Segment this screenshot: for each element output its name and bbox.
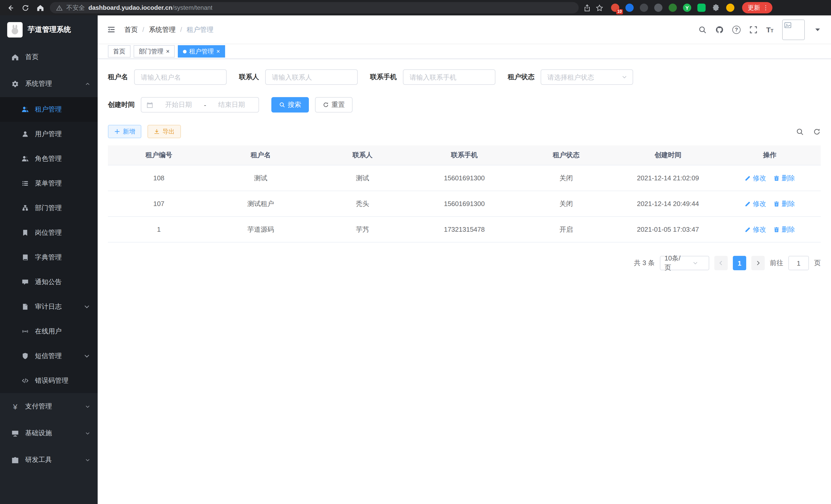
extension-dark-1[interactable] (640, 4, 648, 12)
tab-dept[interactable]: 部门管理× (134, 45, 175, 58)
sidebar-item-online-user[interactable]: 在线用户 (0, 319, 98, 344)
sidebar-item-label: 字典管理 (35, 253, 62, 262)
sidebar-item-home[interactable]: 首页 (0, 44, 98, 70)
sidebar-item-infra[interactable]: 基础设施 (0, 420, 98, 446)
sidebar-item-dict[interactable]: 字典管理 (0, 245, 98, 270)
logo-row[interactable]: 芋道管理系统 (0, 16, 98, 44)
extensions-cluster: 10Y (611, 4, 735, 12)
cell-tenant-id: 107 (108, 191, 210, 216)
fullscreen-icon[interactable] (749, 25, 757, 34)
tab-close-icon[interactable]: × (217, 48, 220, 55)
sidebar-item-pay[interactable]: ¥支付管理 (0, 393, 98, 420)
status-select-input[interactable] (546, 73, 618, 82)
refresh-table-icon[interactable] (813, 128, 821, 136)
delete-link[interactable]: 删除 (773, 199, 795, 208)
tenant-name-field: 租户名 (108, 69, 227, 85)
page-number-1[interactable]: 1 (733, 256, 746, 270)
extension-green-y[interactable]: Y (683, 4, 691, 12)
edit-icon (745, 226, 751, 233)
goto-page-input[interactable] (789, 256, 809, 270)
tab-close-icon[interactable]: × (166, 48, 170, 55)
breadcrumb-home[interactable]: 首页 (124, 25, 138, 34)
tab-home[interactable]: 首页 (108, 45, 131, 58)
sidebar-item-menu[interactable]: 菜单管理 (0, 171, 98, 196)
sidebar-item-system[interactable]: 系统管理 (0, 70, 98, 97)
extension-dark-2[interactable] (654, 4, 662, 12)
end-date-placeholder[interactable]: 结束日期 (210, 100, 253, 110)
breadcrumb-system[interactable]: 系统管理 (149, 25, 175, 34)
browser-home-icon[interactable] (35, 3, 45, 13)
security-label[interactable]: 不安全 (66, 3, 85, 12)
font-size-icon[interactable]: TT (766, 26, 773, 33)
security-warning-icon[interactable] (56, 4, 63, 11)
tab-label: 首页 (113, 47, 125, 56)
delete-link[interactable]: 删除 (773, 173, 795, 183)
sidebar-item-post[interactable]: 岗位管理 (0, 220, 98, 245)
sidebar-item-label: 菜单管理 (35, 179, 62, 188)
browser-back-icon[interactable] (5, 3, 16, 13)
browser-update-button[interactable]: 更新 ⋮ (742, 2, 772, 13)
url-domain[interactable]: dashboard.yudao.iocoder.cn (88, 4, 172, 11)
status-select[interactable] (541, 69, 633, 85)
prev-page-button[interactable] (714, 256, 728, 270)
start-date-placeholder[interactable]: 开始日期 (157, 100, 200, 110)
sidebar-item-label: 租户管理 (35, 105, 62, 114)
sidebar-item-sms[interactable]: 短信管理 (0, 344, 98, 368)
delete-link-label: 删除 (782, 173, 795, 183)
browser-menu-icon[interactable]: ⋮ (763, 4, 769, 11)
sidebar-item-error-code[interactable]: 错误码管理 (0, 368, 98, 393)
phone-input[interactable] (408, 73, 490, 82)
extensions-puzzle[interactable] (712, 4, 720, 12)
reset-button[interactable]: 重置 (315, 97, 352, 113)
tenant-table: 租户编号租户名联系人联系手机租户状态创建时间操作 108测试测试15601691… (108, 145, 821, 242)
share-icon[interactable] (583, 4, 591, 11)
phone-label: 联系手机 (370, 72, 397, 82)
sidebar-item-dev-tool[interactable]: 研发工具 (0, 446, 98, 473)
sidebar-item-audit-log[interactable]: 审计日志 (0, 294, 98, 319)
cell-created-time: 2021-12-14 21:02:09 (617, 165, 719, 191)
edit-link[interactable]: 修改 (745, 199, 766, 208)
tab-label: 部门管理 (139, 47, 164, 56)
tenant-name-input[interactable] (140, 73, 221, 82)
refresh-icon (323, 102, 329, 108)
search-icon[interactable] (698, 25, 707, 34)
next-page-button[interactable] (751, 256, 765, 270)
sidebar-item-dept[interactable]: 部门管理 (0, 196, 98, 220)
extension-green-chat[interactable] (697, 4, 706, 12)
sidebar-item-role[interactable]: 角色管理 (0, 146, 98, 171)
search-icon (279, 102, 285, 108)
url-path[interactable]: /system/tenant (172, 4, 212, 11)
sidebar-item-tenant[interactable]: 租户管理 (0, 97, 98, 122)
help-icon[interactable]: ? (732, 25, 741, 34)
delete-link[interactable]: 删除 (773, 225, 795, 234)
extension-green-1[interactable] (668, 4, 677, 12)
github-icon[interactable] (715, 25, 724, 34)
phone-field: 联系手机 (370, 69, 495, 85)
profile-avatar[interactable] (726, 4, 735, 12)
sidebar-item-label: 通知公告 (35, 277, 62, 287)
sidebar-item-notice[interactable]: 通知公告 (0, 270, 98, 294)
avatar-caret-icon[interactable] (813, 25, 822, 34)
application-window: 不安全 dashboard.yudao.iocoder.cn/system/te… (0, 0, 831, 504)
extension-red[interactable]: 10 (611, 4, 619, 12)
edit-link[interactable]: 修改 (745, 225, 766, 234)
add-button[interactable]: 新增 (108, 125, 141, 138)
user-avatar[interactable] (782, 19, 805, 40)
bookmark-star-icon[interactable] (596, 4, 603, 11)
contact-input[interactable] (271, 73, 352, 82)
toggle-search-icon[interactable] (796, 128, 804, 136)
sidebar-item-user[interactable]: 用户管理 (0, 122, 98, 146)
tab-tenant[interactable]: 租户管理× (178, 45, 225, 58)
address-bar[interactable]: 不安全 dashboard.yudao.iocoder.cn/system/te… (50, 2, 579, 13)
collapse-sidebar-icon[interactable] (107, 25, 116, 34)
extension-blue[interactable] (625, 4, 634, 12)
search-button-label: 搜索 (288, 100, 301, 110)
edit-link[interactable]: 修改 (745, 173, 766, 183)
cell-tenant-id: 108 (108, 165, 210, 191)
export-button[interactable]: 导出 (147, 125, 181, 138)
page-size-select[interactable]: 10条/页 (660, 256, 709, 270)
browser-reload-icon[interactable] (20, 3, 30, 13)
date-range-picker[interactable]: 开始日期 - 结束日期 (141, 97, 259, 113)
search-button[interactable]: 搜索 (271, 97, 309, 113)
cell-tenant-name: 芋道源码 (210, 216, 311, 242)
